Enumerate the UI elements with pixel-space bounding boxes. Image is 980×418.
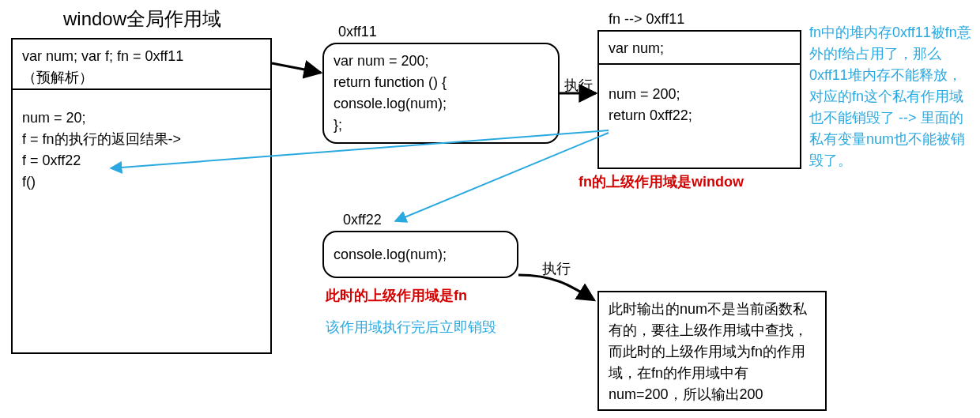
inner-fn-note-cyan: 该作用域执行完后立即销毁 xyxy=(326,318,496,337)
code-line: num = 20; xyxy=(22,107,181,129)
code-line: f() xyxy=(22,171,181,193)
window-header: var num; var f; fn = 0xff11 （预解析） xyxy=(13,40,270,95)
fn-exec-box: var num; num = 200; return 0xff22; xyxy=(597,30,801,169)
arrow-window-to-fn xyxy=(272,63,321,73)
inner-fn-note-red: 此时的上级作用域是fn xyxy=(326,286,467,305)
page-title: window全局作用域 xyxy=(63,6,221,32)
arrow-return-to-inner xyxy=(395,133,609,221)
fn-def-box: var num = 200; return function () { cons… xyxy=(322,43,560,144)
divider xyxy=(13,88,270,90)
code-line: var num = 200; xyxy=(334,51,548,72)
fn-exec-body: num = 200; return 0xff22; xyxy=(599,77,702,133)
fn-exec-label: fn --> 0xff11 xyxy=(609,11,684,28)
fn-def-body: var num = 200; return function () { cons… xyxy=(324,44,558,142)
arrow-inner-to-result xyxy=(518,275,594,300)
side-note: fn中的堆内存0xff11被fn意外的f给占用了，那么0xff11堆内存不能释放… xyxy=(809,22,975,171)
code-line: }; xyxy=(334,115,548,136)
fn-exec-note: fn的上级作用域是window xyxy=(579,172,744,191)
inner-fn-body: console.log(num); xyxy=(324,238,456,272)
fn-def-label: 0xff11 xyxy=(338,24,377,40)
code-line: console.log(num); xyxy=(334,93,548,115)
exec-label-1: 执行 xyxy=(564,76,593,95)
result-text: 此时输出的num不是当前函数私有的，要往上级作用域中查找，而此时的上级作用域为f… xyxy=(609,301,808,402)
code-line: return 0xff22; xyxy=(609,105,692,126)
result-box: 此时输出的num不是当前函数私有的，要往上级作用域中查找，而此时的上级作用域为f… xyxy=(597,291,827,411)
code-line: return function () { xyxy=(334,72,548,93)
window-scope-box: var num; var f; fn = 0xff11 （预解析） num = … xyxy=(11,38,272,354)
code-line: f = fn的执行的返回结果-> xyxy=(22,129,181,150)
exec-label-2: 执行 xyxy=(542,259,571,278)
code-line: num = 200; xyxy=(609,84,692,105)
window-body: num = 20; f = fn的执行的返回结果-> f = 0xff22 f(… xyxy=(13,101,190,199)
fn-exec-header: var num; xyxy=(599,32,800,66)
divider xyxy=(599,63,800,65)
code-line: f = 0xff22 xyxy=(22,150,181,171)
inner-fn-label: 0xff22 xyxy=(343,212,382,228)
inner-fn-box: console.log(num); xyxy=(322,231,518,278)
